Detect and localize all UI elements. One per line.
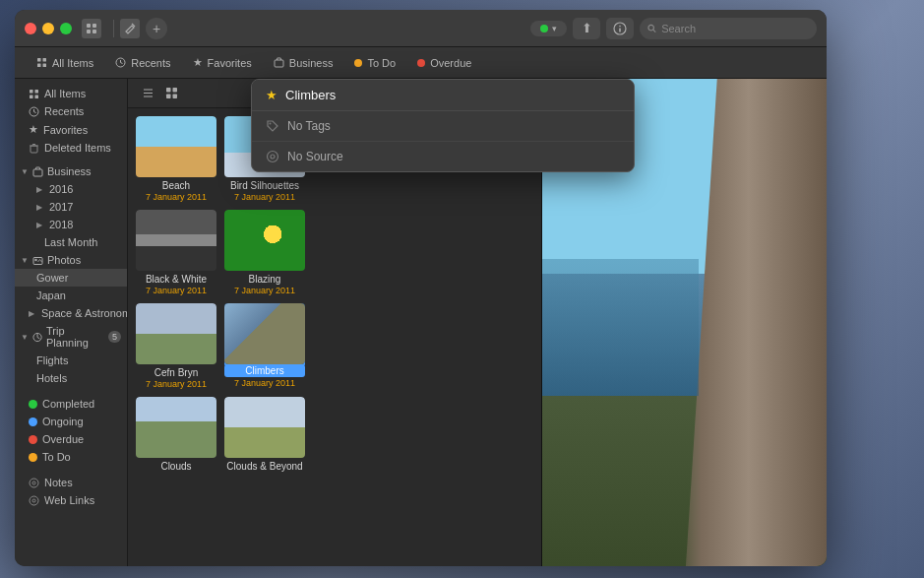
edit-icon[interactable] [120,19,140,38]
trash-icon [29,143,39,154]
all-items-icon [36,57,47,68]
tab-overdue[interactable]: Overdue [407,53,481,73]
sidebar-todo-label: To Do [42,451,71,463]
beyond-label: Clouds & Beyond [224,461,305,472]
sidebar-item-hotels[interactable]: Hotels [15,369,127,387]
search-input[interactable] [661,23,809,34]
search-icon [647,24,656,33]
status-chevron: ▾ [552,24,557,33]
svg-line-9 [653,30,655,32]
sidebar-item-all-items[interactable]: All Items [15,85,127,102]
sidebar-item-todo[interactable]: To Do [15,448,127,466]
grid-item-cefn-bryn[interactable]: Cefn Bryn 7 January 2011 [136,303,216,389]
blazing-label: Blazing [224,274,305,285]
tab-favorites[interactable]: ★ Favorites [183,52,262,73]
chevron-2017-icon: ▶ [36,203,42,212]
svg-point-8 [648,25,653,30]
tab-todo[interactable]: To Do [344,53,405,73]
svg-rect-18 [30,95,33,98]
tab-all-label: All Items [52,57,93,69]
sidebar-notes-label: Notes [44,477,73,488]
sidebar-item-notes[interactable]: Notes [15,474,127,491]
dropdown-row-no-tags[interactable]: No Tags [252,111,634,142]
sidebar-item-2017[interactable]: ▶ 2017 [15,198,127,216]
sidebar-item-overdue[interactable]: Overdue [15,430,127,448]
svg-rect-24 [33,169,42,176]
space-chevron-icon: ▶ [29,309,34,318]
chevron-2018-icon: ▶ [36,221,42,229]
beyond-image [224,397,305,458]
sidebar-item-photos[interactable]: ▼ Photos [15,251,127,269]
svg-point-30 [30,496,38,505]
svg-point-41 [271,155,275,159]
info-button[interactable] [606,18,634,39]
list-view-icon [142,87,154,99]
svg-point-29 [32,482,35,484]
sidebar-gower-label: Gower [36,272,68,284]
tab-all-items[interactable]: All Items [27,53,103,73]
weblinks-icon [29,495,39,506]
grid-view-icon [165,87,178,99]
beach-date: 7 January 2011 [136,192,216,202]
sidebar-ongoing-label: Ongoing [42,416,84,427]
photos-chevron-icon: ▼ [21,256,29,265]
share-icon: ⬆ [582,21,592,35]
app-icon [82,19,101,38]
grid-item-black-white[interactable]: Black & White 7 January 2011 [136,210,216,295]
sidebar-item-recents[interactable]: Recents [15,102,127,120]
sidebar-item-weblinks[interactable]: Web Links [15,491,127,509]
titlebar-controls: ▾ ⬆ [530,18,817,39]
blazing-thumbnail [224,210,305,271]
dropdown-row-no-source[interactable]: No Source [252,142,634,171]
tab-recents[interactable]: Recents [105,53,180,73]
svg-rect-7 [619,28,621,32]
dropdown-title: Climbers [285,88,336,102]
sidebar-item-ongoing[interactable]: Ongoing [15,413,127,430]
close-button[interactable] [25,23,36,34]
svg-rect-17 [35,90,39,94]
sidebar-item-2018[interactable]: ▶ 2018 [15,216,127,233]
sidebar-item-business[interactable]: ▼ Business [15,162,127,180]
sidebar-item-deleted[interactable]: Deleted Items [15,139,127,157]
sidebar-hotels-label: Hotels [36,372,67,384]
grid-item-climbers[interactable]: Climbers 7 January 2011 [224,303,305,389]
grid-item-blazing[interactable]: Blazing 7 January 2011 [224,210,305,295]
dropdown-no-source-label: No Source [287,150,343,163]
grid-item-clouds[interactable]: Clouds [136,397,216,472]
dropdown-star-icon: ★ [266,88,277,102]
list-view-button[interactable] [138,85,157,102]
recents-sidebar-icon [29,106,39,117]
maximize-button[interactable] [60,23,72,34]
add-button[interactable]: + [146,18,167,39]
svg-rect-36 [172,88,177,93]
status-button[interactable]: ▾ [530,21,567,36]
recents-icon [115,57,126,68]
tab-business[interactable]: Business [264,53,343,73]
bird-date: 7 January 2011 [224,192,305,202]
grid-item-beach[interactable]: Beach 7 January 2011 [136,116,216,202]
minimize-button[interactable] [42,23,54,34]
beach-image [136,116,216,177]
sidebar-overdue-label: Overdue [42,433,84,445]
sidebar-item-favorites[interactable]: ★ Favorites [15,120,127,139]
sidebar-item-last-month[interactable]: Last Month [15,233,127,251]
sidebar-item-flights[interactable]: Flights [15,352,127,369]
water-detail [542,259,699,396]
search-box[interactable] [640,18,817,39]
grid-item-clouds-beyond[interactable]: Clouds & Beyond [224,397,305,472]
share-button[interactable]: ⬆ [573,18,600,39]
sidebar-item-trip[interactable]: ▼ Trip Planning 5 [15,322,127,352]
sidebar-item-japan[interactable]: Japan [15,287,127,304]
sidebar-completed-label: Completed [42,398,94,410]
grid-view-button[interactable] [161,85,181,102]
sidebar-item-2016[interactable]: ▶ 2016 [15,180,127,198]
status-dot [540,25,548,32]
svg-rect-37 [166,95,171,99]
climbers-image [224,303,305,364]
sidebar-item-gower[interactable]: Gower [15,269,127,287]
climbers-date: 7 January 2011 [224,378,305,388]
sidebar-item-completed[interactable]: Completed [15,395,127,413]
sidebar-item-space[interactable]: ▶ Space & Astronomy [15,304,127,322]
svg-rect-21 [31,146,37,153]
blazing-date: 7 January 2011 [224,286,305,295]
